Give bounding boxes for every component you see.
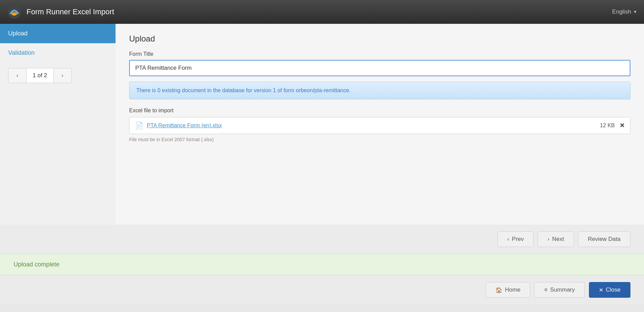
pagination-next-button[interactable]: › bbox=[53, 68, 72, 83]
form-title-input[interactable] bbox=[129, 60, 630, 76]
close-icon: ✕ bbox=[599, 287, 603, 293]
pagination-prev-button[interactable]: ‹ bbox=[8, 68, 27, 83]
review-label: Review Data bbox=[588, 236, 621, 243]
prev-button[interactable]: ‹ Prev bbox=[498, 231, 534, 247]
chevron-right-icon: › bbox=[547, 236, 549, 242]
next-button[interactable]: › Next bbox=[538, 231, 574, 247]
file-excel-icon: 📄 bbox=[135, 121, 143, 130]
close-button[interactable]: ✕ Close bbox=[589, 282, 630, 298]
file-name-link[interactable]: PTA Remittance Form (en).xlsx bbox=[147, 122, 222, 129]
action-bar: ‹ Prev › Next Review Data bbox=[0, 225, 644, 254]
chevron-left-icon: ‹ bbox=[507, 236, 509, 242]
file-remove-button[interactable]: ✕ bbox=[620, 122, 625, 129]
bottom-bar: 🏠 Home ≡ Summary ✕ Close bbox=[0, 275, 644, 305]
app-header: Form Runner Excel Import English ▼ bbox=[0, 0, 644, 24]
info-message: There is 0 existing document in the data… bbox=[129, 82, 630, 99]
file-upload-box: 📄 PTA Remittance Form (en).xlsx 12 KB ✕ bbox=[129, 117, 630, 134]
home-icon: 🏠 bbox=[495, 287, 502, 293]
summary-label: Summary bbox=[550, 286, 575, 293]
main-container: Upload Validation ‹ 1 of 2 › Upload Form… bbox=[0, 24, 644, 225]
upload-complete-message: Upload complete bbox=[14, 261, 59, 268]
file-meta: 12 KB ✕ bbox=[600, 122, 625, 129]
chevron-right-icon: › bbox=[62, 72, 63, 79]
sidebar: Upload Validation ‹ 1 of 2 › bbox=[0, 24, 116, 225]
sidebar-item-upload[interactable]: Upload bbox=[0, 24, 116, 43]
content-title: Upload bbox=[129, 34, 630, 44]
file-hint: File must be in Excel 2007 format (.xlsx… bbox=[129, 137, 630, 142]
sidebar-item-validation[interactable]: Validation bbox=[0, 43, 116, 63]
app-logo bbox=[7, 4, 22, 19]
app-title: Form Runner Excel Import bbox=[27, 7, 114, 16]
next-label: Next bbox=[552, 236, 564, 243]
pagination: ‹ 1 of 2 › bbox=[8, 68, 107, 83]
pagination-label: 1 of 2 bbox=[27, 68, 53, 83]
header-left: Form Runner Excel Import bbox=[7, 4, 114, 19]
prev-label: Prev bbox=[512, 236, 524, 243]
close-label: Close bbox=[606, 286, 621, 293]
home-label: Home bbox=[505, 286, 520, 293]
svg-point-1 bbox=[12, 12, 17, 16]
chevron-down-icon: ▼ bbox=[633, 10, 637, 14]
upload-complete-bar: Upload complete bbox=[0, 254, 644, 275]
list-icon: ≡ bbox=[544, 287, 547, 293]
file-size: 12 KB bbox=[600, 122, 615, 129]
excel-file-label: Excel file to import bbox=[129, 108, 630, 114]
svg-point-0 bbox=[7, 5, 21, 19]
content-area: Upload Form Title There is 0 existing do… bbox=[116, 24, 644, 225]
form-title-label: Form Title bbox=[129, 51, 630, 57]
language-label: English bbox=[612, 9, 631, 15]
file-info: 📄 PTA Remittance Form (en).xlsx bbox=[135, 121, 222, 130]
summary-button[interactable]: ≡ Summary bbox=[534, 282, 585, 298]
home-button[interactable]: 🏠 Home bbox=[486, 282, 530, 298]
review-data-button[interactable]: Review Data bbox=[578, 231, 630, 247]
language-selector[interactable]: English ▼ bbox=[612, 9, 637, 15]
chevron-left-icon: ‹ bbox=[16, 72, 18, 79]
